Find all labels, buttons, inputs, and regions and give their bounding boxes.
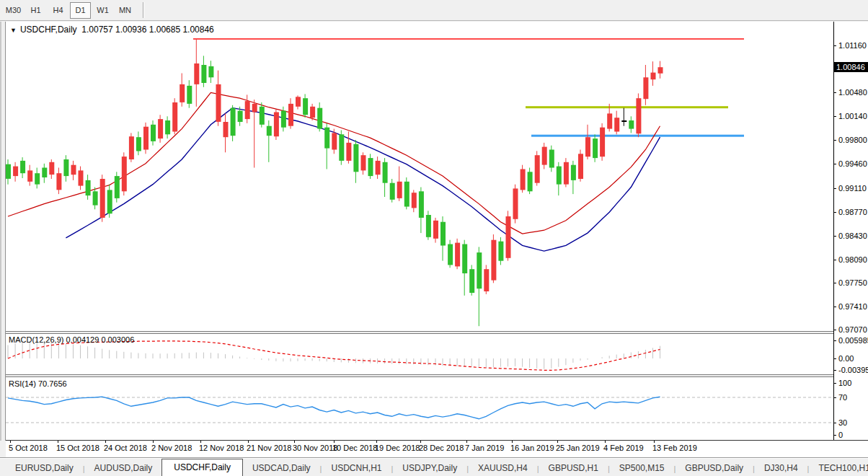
candle-body	[136, 137, 141, 151]
date-tick	[654, 441, 655, 443]
chart-tab-usdchf-daily[interactable]: USDCHF,Daily	[161, 459, 243, 476]
axis-label: 0.97070	[838, 325, 867, 334]
fast-moving-average-line	[8, 93, 660, 234]
axis-label: -0.003954	[838, 366, 868, 374]
horizontal-line[interactable]	[531, 135, 744, 137]
candle-body	[585, 137, 590, 157]
timeframe-button-h4[interactable]: H4	[48, 2, 68, 19]
candle-body	[549, 150, 554, 168]
candle-body	[6, 164, 11, 179]
horizontal-line[interactable]	[193, 38, 744, 40]
axis-tick	[833, 260, 836, 260]
timeframe-button-m30[interactable]: M30	[3, 2, 24, 19]
chart-tab-audusd-daily[interactable]: AUDUSD,Daily	[85, 461, 162, 476]
date-tick	[557, 441, 558, 443]
candle-body	[440, 222, 446, 246]
date-tick	[248, 441, 249, 443]
candle-body	[433, 221, 438, 239]
candle-body	[231, 108, 236, 136]
candle-body	[310, 107, 315, 118]
candle-body	[187, 86, 192, 104]
timeframe-button-mn[interactable]: MN	[115, 2, 136, 19]
axis-label: 0.005985	[838, 336, 868, 345]
candle-body	[361, 155, 366, 170]
axis-tick	[833, 397, 836, 398]
timeframe-button-w1[interactable]: W1	[92, 2, 113, 19]
date-tick	[105, 441, 106, 443]
axis-label: 0.98430	[838, 232, 867, 240]
date-axis[interactable]: 5 Oct 201815 Oct 201824 Oct 20182 Nov 20…	[6, 441, 868, 457]
candle-body	[498, 242, 503, 261]
chart-tab-usdcnh-h1[interactable]: USDCNH,H1	[322, 461, 391, 476]
axis-tick	[833, 330, 836, 330]
axis-label: 100	[838, 379, 851, 387]
candle-body	[100, 179, 105, 218]
chart-tab-gbpusd-daily[interactable]: GBPUSD,Daily	[676, 461, 753, 476]
rsi-indicator-label: RSI(14) 70.7656	[9, 379, 67, 388]
axis-label: 30	[838, 418, 847, 427]
axis-tick	[833, 212, 836, 213]
candle-body	[93, 191, 98, 205]
candle-body	[564, 162, 569, 185]
candle-body	[643, 77, 648, 99]
candle-body	[107, 190, 112, 213]
chart-tab-bar: EURUSD,Daily|AUDUSD,DailyUSDCHF,DailyUSD…	[0, 457, 868, 476]
date-label: 15 Oct 2018	[56, 444, 99, 452]
candle-body	[274, 113, 279, 137]
axis-tick	[833, 383, 836, 384]
candle-body	[593, 138, 598, 158]
chart-tab-gbpusd-h1[interactable]: GBPUSD,H1	[539, 461, 608, 476]
timeframe-button-d1[interactable]: D1	[70, 2, 91, 19]
candle-body	[513, 188, 518, 219]
chart-tab-usdcad-daily[interactable]: USDCAD,Daily	[243, 461, 320, 476]
chart-tab-eurusd-daily[interactable]: EURUSD,Daily	[6, 461, 83, 476]
timeframe-button-h1[interactable]: H1	[25, 2, 46, 19]
date-label: 7 Jan 2019	[465, 444, 504, 452]
date-label: 24 Oct 2018	[104, 444, 147, 452]
axis-label: 0	[838, 431, 843, 439]
date-tick	[512, 441, 513, 443]
date-label: 13 Feb 2019	[652, 444, 697, 452]
chart-tab-sp500-m15[interactable]: SP500,M15	[610, 461, 674, 476]
axis-label: 1.01160	[838, 41, 867, 50]
axis-label: 0.00	[838, 354, 854, 363]
horizontal-line[interactable]	[526, 106, 728, 108]
axis-tick	[833, 358, 836, 359]
candle-body	[484, 269, 489, 291]
candle-body	[260, 107, 265, 125]
chart-dropdown-icon[interactable]: ▼	[10, 27, 17, 34]
axis-label: 0.99110	[838, 184, 867, 193]
date-tick	[153, 441, 154, 443]
candle-body	[607, 113, 612, 128]
rsi-line	[8, 397, 660, 419]
date-label: 25 Jan 2019	[556, 444, 600, 452]
chart-tab-usdjpy-daily[interactable]: USDJPY,Daily	[393, 461, 466, 476]
date-tick	[605, 441, 606, 443]
candle-body	[346, 143, 351, 161]
candle-body	[158, 119, 163, 138]
candle-body	[535, 155, 540, 183]
chart-tab-tech100-h1[interactable]: TECH100,H1	[809, 461, 868, 476]
candle-body	[658, 67, 663, 74]
axis-tick	[833, 92, 836, 93]
candle-body	[353, 144, 358, 172]
chart-tab-xauusd-h4[interactable]: XAUUSD,H4	[469, 461, 537, 476]
candle-body	[71, 165, 76, 175]
candle-body	[491, 240, 496, 281]
timeframe-toolbar: M30H1H4D1W1MN	[0, 0, 868, 21]
candle-body	[614, 118, 619, 131]
rsi-chart[interactable]	[6, 377, 833, 440]
candle-body	[383, 162, 388, 183]
candle-body	[390, 183, 395, 200]
chart-tab-dj30-h4[interactable]: DJ30,H4	[755, 461, 807, 476]
candlestick-chart[interactable]	[6, 22, 833, 331]
candle-body	[600, 128, 605, 157]
candle-body	[115, 176, 120, 198]
candle-body	[35, 173, 40, 184]
candle-body	[621, 120, 626, 122]
candle-body	[368, 158, 373, 176]
candle-body	[303, 98, 308, 115]
candle-body	[542, 147, 547, 165]
candle-body	[151, 125, 156, 141]
axis-tick	[833, 283, 836, 283]
